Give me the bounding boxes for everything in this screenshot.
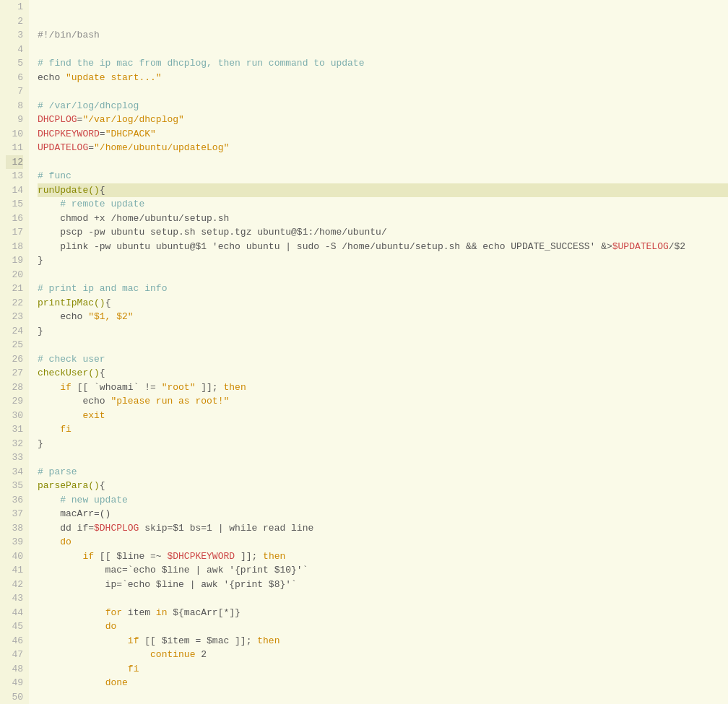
- code-line: #!/bin/bash: [38, 28, 728, 43]
- code-line: for item in ${macArr[*]}: [38, 606, 728, 620]
- line-number: 43: [6, 591, 23, 606]
- varname-token: DHCPLOG: [38, 114, 77, 125]
- code-line: # parse: [38, 465, 728, 479]
- plain-token: pscp -pw ubuntu setup.sh setup.tgz ubunt…: [38, 227, 387, 238]
- line-number: 5: [6, 56, 23, 71]
- code-line: exit: [38, 409, 728, 423]
- code-line: mac=`echo $line | awk '{print $10}'`: [38, 563, 728, 578]
- code-line: fi: [38, 662, 728, 677]
- line-number: 48: [6, 662, 23, 677]
- code-line: [38, 84, 728, 99]
- line-number: 25: [6, 338, 23, 352]
- code-line: do: [38, 535, 728, 549]
- funcname-token: runUpdate(): [38, 185, 100, 196]
- line-number: 10: [6, 127, 23, 142]
- string-token: "$1, $2": [88, 311, 133, 322]
- plain-token: item: [122, 607, 156, 618]
- code-line: echo "$1, $2": [38, 310, 728, 324]
- funcname-token: printIpMac(): [38, 297, 105, 308]
- code-line: [38, 690, 728, 705]
- plain-token: }: [38, 255, 43, 266]
- string-token: "/home/ubuntu/updateLog": [94, 142, 229, 153]
- code-line: done: [38, 676, 728, 690]
- keyword-token: continue: [150, 649, 195, 660]
- line-number: 3: [6, 28, 23, 43]
- plain-token: 2: [195, 649, 207, 660]
- plain-token: [38, 536, 60, 547]
- keyword-token: then: [263, 551, 285, 562]
- line-number: 1: [6, 0, 23, 14]
- line-number: 16: [6, 212, 23, 226]
- line-number: 21: [6, 282, 23, 296]
- line-number: 30: [6, 409, 23, 423]
- string-token: "please run as root!": [110, 396, 229, 407]
- shebang-token: #!/bin/bash: [38, 30, 100, 40]
- code-line: [38, 338, 728, 352]
- code-line: fi: [38, 422, 728, 437]
- code-line: dd if=$DHCPLOG skip=$1 bs=1 | while read…: [38, 521, 728, 536]
- keyword-token: then: [257, 635, 280, 646]
- code-line: [38, 43, 728, 57]
- keyword-token: if: [82, 551, 94, 562]
- plain-token: }: [38, 326, 43, 336]
- code-line: ip=`echo $line | awk '{print $8}'`: [38, 578, 728, 592]
- plain-token: echo: [38, 396, 110, 407]
- varname-token: UPDATELOG: [38, 142, 88, 153]
- line-number: 19: [6, 253, 23, 268]
- line-number: 44: [6, 606, 23, 620]
- plain-token: ip=`echo $line | awk '{print $8}'`: [38, 579, 297, 590]
- plain-token: {: [100, 185, 105, 196]
- code-line: DHCPLOG="/var/log/dhcplog": [38, 113, 728, 127]
- keyword-token: exit: [82, 410, 105, 421]
- code-line: UPDATELOG="/home/ubuntu/updateLog": [38, 141, 728, 155]
- code-line: printIpMac(){: [38, 296, 728, 310]
- code-line: # /var/log/dhcplog: [38, 99, 728, 113]
- comment-token: # find the ip mac from dhcplog, then run…: [38, 58, 364, 69]
- string-token: "root": [162, 382, 196, 393]
- code-line: # find the ip mac from dhcplog, then run…: [38, 56, 728, 71]
- plain-token: ]];: [235, 551, 263, 562]
- plain-token: {: [105, 297, 111, 308]
- plain-token: ${macArr[*]}: [167, 607, 240, 618]
- line-number: 11: [6, 141, 23, 155]
- plain-token: =: [88, 142, 94, 153]
- code-line: [38, 155, 728, 170]
- plain-token: [38, 410, 82, 421]
- line-number: 17: [6, 225, 23, 240]
- line-number: 28: [6, 381, 23, 395]
- code-line: chmod +x /home/ubuntu/setup.sh: [38, 212, 728, 226]
- line-number: 35: [6, 479, 23, 493]
- plain-token: }: [38, 438, 43, 449]
- funcname-token: parsePara(): [38, 480, 100, 491]
- line-number: 12: [6, 155, 23, 170]
- code-line: do: [38, 620, 728, 634]
- plain-token: [38, 677, 105, 688]
- code-line: # remote update: [38, 197, 728, 212]
- code-line: [38, 268, 728, 282]
- plain-token: [38, 607, 105, 618]
- string-token: "update start...": [66, 72, 162, 83]
- plain-token: {: [100, 368, 105, 378]
- keyword-token: done: [105, 677, 128, 688]
- plain-token: mac=`echo $line | awk '{print $10}'`: [38, 565, 308, 575]
- line-number: 6: [6, 71, 23, 85]
- comment-token: # check user: [38, 354, 105, 365]
- plain-token: [38, 551, 82, 562]
- keyword-token: in: [156, 607, 168, 618]
- line-number: 39: [6, 535, 23, 549]
- line-number: 31: [6, 422, 23, 437]
- code-line: pscp -pw ubuntu setup.sh setup.tgz ubunt…: [38, 225, 728, 240]
- code-area[interactable]: #!/bin/bash # find the ip mac from dhcpl…: [29, 0, 728, 704]
- plain-token: plink -pw ubuntu ubuntu@$1 'echo ubuntu …: [38, 241, 612, 252]
- comment-token: # parse: [38, 466, 77, 477]
- line-number: 33: [6, 451, 23, 465]
- code-line: }: [38, 253, 728, 268]
- varname-token: $DHCPLOG: [94, 523, 139, 534]
- line-number: 42: [6, 578, 23, 592]
- plain-token: [38, 382, 60, 393]
- line-number: 40: [6, 549, 23, 564]
- comment-token: # new update: [38, 495, 128, 505]
- string-token: "DHCPACK": [105, 129, 156, 139]
- plain-token: [[ $line =~: [94, 551, 167, 562]
- plain-token: dd if=: [38, 523, 94, 534]
